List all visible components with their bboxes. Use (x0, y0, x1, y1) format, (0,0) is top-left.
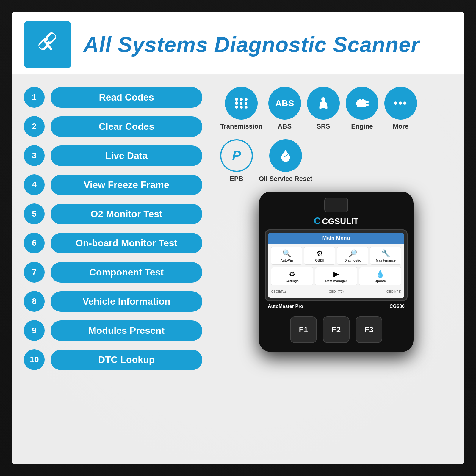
system-icon-engine[interactable]: Engine (346, 87, 378, 130)
left-menu-column: 1 Read Codes 2 Clear Codes 3 Live Data 4… (24, 87, 202, 444)
screen-menu-icon-OBDII: ⚙ (306, 249, 334, 258)
oil-icon-label: Oil Service Reset (259, 175, 312, 183)
device-buttons: F1F2F3 (265, 316, 408, 346)
menu-item-1[interactable]: 1 Read Codes (24, 87, 202, 108)
screen-menu-grid-1: 🔍 AutoVin ⚙ OBDII 🔎 Diagnostic 🔧 Mainten… (271, 247, 401, 265)
svg-rect-17 (362, 99, 364, 101)
scanner-device: C CGSULIT Main Menu 🔍 AutoVin ⚙ OBDII 🔎 … (259, 192, 414, 352)
model-number: CG680 (389, 304, 405, 309)
system-icon-epb[interactable]: P EPB (220, 139, 253, 183)
menu-number-2: 2 (24, 116, 45, 137)
menu-number-8: 8 (24, 291, 45, 312)
menu-number-10: 10 (24, 349, 45, 370)
svg-point-8 (240, 106, 243, 109)
device-connector (324, 198, 348, 212)
menu-label-10: DTC Lookup (98, 354, 155, 365)
abs-icon-circle: ABS (268, 87, 301, 120)
model-name: AutoMaster Pro (268, 304, 303, 309)
abs-icon-label: ABS (278, 123, 292, 130)
screen-menu-update[interactable]: 💧 Update (359, 267, 401, 285)
screen-menu-label-AutoVin: AutoVin (273, 259, 301, 262)
menu-item-7[interactable]: 7 Component Test (24, 262, 202, 283)
device-area: C CGSULIT Main Menu 🔍 AutoVin ⚙ OBDII 🔎 … (220, 192, 452, 444)
epb-icon-circle: P (220, 139, 253, 172)
menu-number-9: 9 (24, 320, 45, 341)
header-title: All Systems Diagnostic Scanner (83, 32, 419, 57)
footer-item-OBDII(F2): OBDII(F2) (329, 290, 344, 293)
menu-item-4[interactable]: 4 View Freeze Frame (24, 174, 202, 195)
content-area: 1 Read Codes 2 Clear Codes 3 Live Data 4… (12, 75, 464, 456)
srs-icon-label: SRS (317, 123, 330, 130)
menu-label-box-8: Vehicle Information (51, 291, 202, 312)
system-icons-row2: P EPB Oil Service Reset (220, 139, 452, 183)
screen-menu-icon-Diagnostic: 🔎 (339, 249, 367, 258)
device-brand: C CGSULIT (265, 215, 408, 226)
device-button-f2[interactable]: F2 (323, 316, 350, 343)
menu-number-3: 3 (24, 145, 45, 166)
screen-footer: OBDII(F1)OBDII(F2)OBDII(F3) (271, 288, 401, 295)
menu-item-9[interactable]: 9 Modules Present (24, 320, 202, 341)
svg-point-5 (240, 98, 243, 101)
screen-header: Main Menu (268, 233, 404, 244)
svg-rect-13 (356, 102, 358, 105)
system-icon-more[interactable]: ••• More (384, 87, 417, 130)
footer-item-OBDII(F3): OBDII(F3) (386, 290, 401, 293)
menu-label-4: View Freeze Frame (84, 179, 169, 190)
svg-rect-10 (236, 99, 237, 105)
menu-number-6: 6 (24, 233, 45, 253)
screen-menu-autovin[interactable]: 🔍 AutoVin (271, 247, 302, 265)
screen-menu-icon-Data manager: ▶ (317, 270, 356, 278)
header-icon-box (24, 21, 71, 68)
menu-number-4: 4 (24, 174, 45, 195)
device-screen: Main Menu 🔍 AutoVin ⚙ OBDII 🔎 Diagnostic… (268, 233, 404, 298)
menu-item-3[interactable]: 3 Live Data (24, 145, 202, 166)
system-icon-oil[interactable]: Oil Service Reset (259, 139, 312, 183)
device-button-f3[interactable]: F3 (356, 316, 382, 343)
screen-menu-icon-Maintenance: 🔧 (372, 249, 400, 258)
menu-label-box-5: O2 Monitor Test (51, 204, 202, 224)
menu-item-10[interactable]: 10 DTC Lookup (24, 349, 202, 370)
menu-label-box-2: Clear Codes (51, 116, 202, 137)
more-icon-label: More (393, 123, 409, 130)
menu-label-8: Vehicle Information (82, 296, 170, 307)
menu-label-box-10: DTC Lookup (51, 350, 202, 370)
screen-content: 🔍 AutoVin ⚙ OBDII 🔎 Diagnostic 🔧 Mainten… (268, 244, 404, 298)
svg-rect-16 (359, 99, 361, 101)
menu-item-5[interactable]: 5 O2 Monitor Test (24, 203, 202, 224)
menu-number-5: 5 (24, 203, 45, 224)
screen-menu-label-Maintenance: Maintenance (372, 259, 400, 262)
menu-item-2[interactable]: 2 Clear Codes (24, 116, 202, 137)
system-icons-row1: Transmission ABS ABS SRS Engine ••• More (220, 87, 452, 130)
system-icon-abs[interactable]: ABS ABS (268, 87, 301, 130)
header: All Systems Diagnostic Scanner (12, 12, 464, 75)
screen-menu-settings[interactable]: ⚙ Settings (271, 267, 313, 285)
menu-number-1: 1 (24, 87, 45, 108)
menu-label-box-7: Component Test (51, 262, 202, 283)
screen-menu-label-Diagnostic: Diagnostic (339, 259, 367, 262)
menu-label-5: O2 Monitor Test (90, 209, 162, 220)
menu-label-box-1: Read Codes (51, 87, 202, 108)
menu-item-6[interactable]: 6 On-board Monitor Test (24, 233, 202, 253)
svg-point-6 (245, 98, 248, 101)
screen-menu-icon-Settings: ⚙ (273, 270, 312, 278)
screen-menu-label-OBDII: OBDII (306, 259, 334, 262)
system-icon-transmission[interactable]: Transmission (220, 87, 262, 130)
screen-menu-obdii[interactable]: ⚙ OBDII (304, 247, 335, 265)
main-container: All Systems Diagnostic Scanner 1 Read Co… (12, 12, 464, 464)
transmission-icon-circle (225, 87, 258, 120)
device-button-f1[interactable]: F1 (290, 316, 317, 343)
menu-item-8[interactable]: 8 Vehicle Information (24, 291, 202, 312)
svg-point-9 (245, 106, 248, 109)
device-screen-area: Main Menu 🔍 AutoVin ⚙ OBDII 🔎 Diagnostic… (265, 229, 408, 301)
system-icon-srs[interactable]: SRS (307, 87, 340, 130)
menu-label-2: Clear Codes (99, 121, 154, 132)
menu-label-box-9: Modules Present (51, 320, 202, 341)
menu-label-6: On-board Monitor Test (76, 238, 177, 249)
screen-menu-diagnostic[interactable]: 🔎 Diagnostic (337, 247, 368, 265)
screen-menu-data-manager[interactable]: ▶ Data manager (315, 267, 357, 285)
svg-rect-14 (365, 101, 369, 103)
screen-menu-maintenance[interactable]: 🔧 Maintenance (370, 247, 401, 265)
screen-menu-grid-2: ⚙ Settings ▶ Data manager 💧 Update (271, 267, 401, 285)
device-info-row: AutoMaster Pro CG680 (265, 301, 408, 311)
srs-icon-circle (307, 87, 340, 120)
